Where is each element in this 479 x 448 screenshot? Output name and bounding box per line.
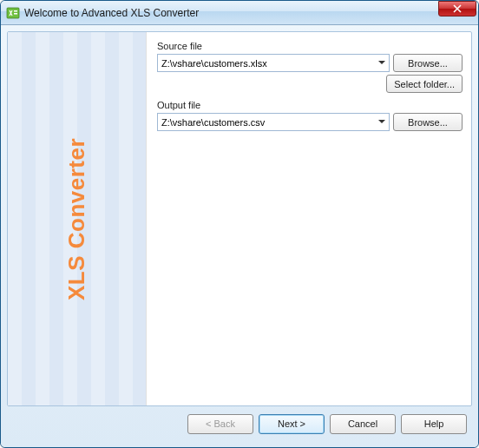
titlebar: Welcome to Advanced XLS Converter	[1, 1, 478, 25]
output-file-combobox[interactable]	[157, 113, 390, 131]
svg-rect-1	[14, 10, 17, 12]
next-button[interactable]: Next >	[259, 414, 325, 434]
output-file-input[interactable]	[158, 114, 374, 130]
output-file-dropdown-button[interactable]	[374, 114, 389, 130]
output-file-group: Output file Browse...	[157, 100, 463, 131]
client-area: XLS Converter Source file Browse...	[1, 25, 478, 447]
window-title: Welcome to Advanced XLS Converter	[24, 7, 438, 19]
cancel-button[interactable]: Cancel	[330, 414, 396, 434]
output-file-label: Output file	[157, 100, 463, 110]
source-file-group: Source file Browse... Selec	[157, 41, 463, 93]
source-file-label: Source file	[157, 41, 463, 51]
content-panel: XLS Converter Source file Browse...	[7, 31, 472, 406]
app-icon	[6, 6, 20, 20]
output-browse-button[interactable]: Browse...	[393, 113, 463, 131]
chevron-down-icon	[378, 61, 385, 65]
wizard-window: Welcome to Advanced XLS Converter XLS Co…	[0, 0, 479, 448]
source-file-input[interactable]	[158, 55, 374, 71]
source-file-dropdown-button[interactable]	[374, 55, 389, 71]
source-browse-button[interactable]: Browse...	[393, 54, 463, 72]
close-icon	[453, 4, 462, 13]
close-button[interactable]	[438, 1, 476, 16]
chevron-down-icon	[378, 120, 385, 124]
sidebar-heading: XLS Converter	[63, 137, 90, 300]
select-folder-button[interactable]: Select folder...	[386, 75, 463, 93]
wizard-button-bar: < Back Next > Cancel Help	[7, 406, 472, 441]
svg-rect-2	[14, 13, 17, 15]
help-button[interactable]: Help	[401, 414, 467, 434]
sidebar: XLS Converter	[8, 32, 147, 405]
main-panel: Source file Browse... Selec	[147, 32, 471, 405]
back-button[interactable]: < Back	[187, 414, 253, 434]
source-file-combobox[interactable]	[157, 54, 390, 72]
